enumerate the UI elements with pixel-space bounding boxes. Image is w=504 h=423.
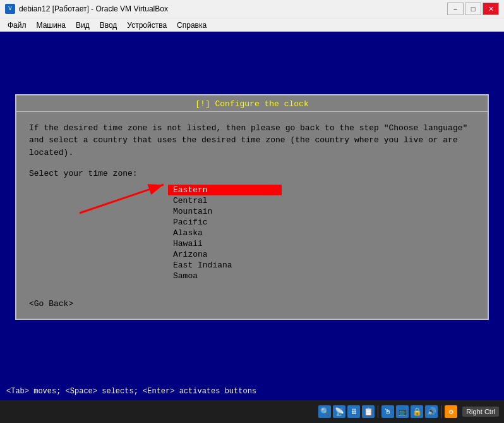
menu-file[interactable]: Файл <box>3 20 32 31</box>
menu-help[interactable]: Справка <box>172 20 212 31</box>
timezone-section: Eastern Central Mountain Pacific Alaska … <box>29 185 475 281</box>
taskbar-icon-3[interactable]: 🖥 <box>347 405 360 418</box>
taskbar-icon-8[interactable]: 🔊 <box>425 405 438 418</box>
minimize-button[interactable]: − <box>447 3 464 15</box>
title-bar: V debian12 [Работает] - Oracle VM Virtua… <box>0 0 504 18</box>
dialog-title: [!] Configure the clock <box>16 95 488 112</box>
menu-input[interactable]: Ввод <box>95 20 123 31</box>
taskbar-icon-4[interactable]: 📋 <box>362 405 375 418</box>
go-back-button[interactable]: <Go Back> <box>29 299 73 309</box>
timezone-central[interactable]: Central <box>168 195 282 206</box>
taskbar-icon-2[interactable]: 📡 <box>333 405 345 418</box>
window-title: debian12 [Работает] - Oracle VM VirtualB… <box>19 4 168 13</box>
svg-line-1 <box>80 185 164 213</box>
timezone-eastern[interactable]: Eastern <box>168 185 282 195</box>
status-text: <Tab> moves; <Space> selects; <Enter> ac… <box>6 387 498 396</box>
right-ctrl-label: Right Ctrl <box>462 407 499 417</box>
close-button[interactable]: ✕ <box>483 3 499 15</box>
timezone-arizona[interactable]: Arizona <box>168 249 282 260</box>
timezone-prompt: Select your time zone: <box>29 169 475 178</box>
timezone-hawaii[interactable]: Hawaii <box>168 238 282 249</box>
timezone-pacific[interactable]: Pacific <box>168 217 282 228</box>
window-controls[interactable]: − □ ✕ <box>447 3 499 15</box>
taskbar-icon-6[interactable]: 📺 <box>396 405 409 418</box>
dialog-body: If the desired time zone is not listed, … <box>16 112 488 292</box>
dialog-description: If the desired time zone is not listed, … <box>29 122 475 159</box>
timezone-east-indiana[interactable]: East Indiana <box>168 260 282 271</box>
app-icon: V <box>5 4 15 14</box>
taskbar-icon-1[interactable]: 🔍 <box>318 405 331 418</box>
dialog-footer: <Go Back> <box>16 291 488 319</box>
dialog-title-text: [!] Configure the clock <box>195 99 308 109</box>
timezone-list[interactable]: Eastern Central Mountain Pacific Alaska … <box>168 185 475 281</box>
configure-clock-dialog: [!] Configure the clock If the desired t… <box>15 94 489 321</box>
menu-devices[interactable]: Устройства <box>122 20 172 31</box>
timezone-samoa[interactable]: Samoa <box>168 271 282 281</box>
menu-view[interactable]: Вид <box>71 20 95 31</box>
status-bar: <Tab> moves; <Space> selects; <Enter> ac… <box>0 383 504 400</box>
description-line2: and select a country that uses the desir… <box>29 134 475 147</box>
taskbar-icon-7[interactable]: 🔒 <box>411 405 423 418</box>
description-line3: located). <box>29 147 475 159</box>
description-line1: If the desired time zone is not listed, … <box>29 122 475 135</box>
taskbar: 🔍 📡 🖥 📋 🖱 📺 🔒 🔊 ⚙ Right Ctrl <box>0 400 504 423</box>
taskbar-icon-5[interactable]: 🖱 <box>381 405 394 418</box>
maximize-button[interactable]: □ <box>465 3 481 15</box>
menu-machine[interactable]: Машина <box>32 20 71 31</box>
taskbar-icon-9[interactable]: ⚙ <box>445 405 457 418</box>
main-area: [!] Configure the clock If the desired t… <box>0 32 504 383</box>
timezone-alaska[interactable]: Alaska <box>168 228 282 238</box>
timezone-mountain[interactable]: Mountain <box>168 206 282 217</box>
menu-bar: Файл Машина Вид Ввод Устройства Справка <box>0 18 504 32</box>
